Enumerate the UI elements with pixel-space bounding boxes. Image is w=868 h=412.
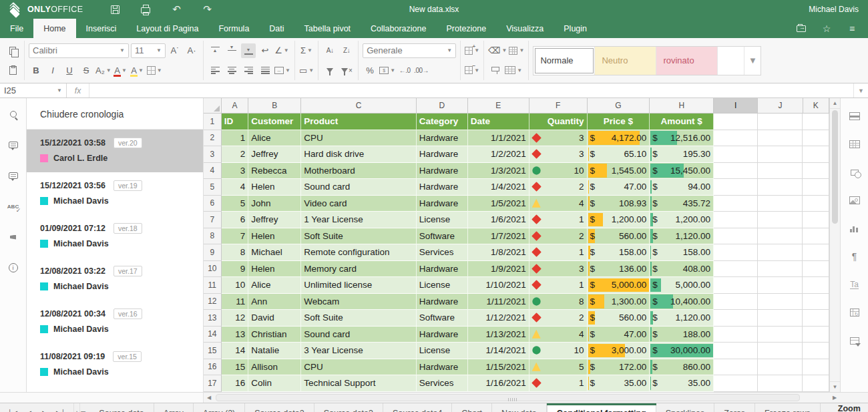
cell-price[interactable]: $5,000.00 — [588, 277, 650, 294]
empty-cell[interactable] — [758, 179, 803, 196]
empty-cell[interactable] — [714, 196, 758, 212]
cell-category[interactable]: Services — [417, 244, 468, 261]
cell-product[interactable]: Remote configuration — [301, 244, 417, 261]
row-number[interactable]: 2 — [204, 130, 222, 147]
row-number[interactable]: 15 — [204, 343, 222, 359]
empty-cell[interactable] — [714, 130, 758, 147]
empty-cell[interactable] — [803, 114, 829, 130]
comments-icon[interactable] — [7, 138, 20, 152]
empty-cell[interactable] — [758, 163, 803, 180]
row-number[interactable]: 5 — [204, 179, 222, 196]
cell-price[interactable]: $4,172.00 — [588, 130, 650, 147]
scroll-right-icon[interactable]: ▶ — [829, 395, 840, 401]
clear-filter-button[interactable]: × — [339, 63, 354, 77]
column-header-E[interactable]: E — [468, 98, 529, 113]
header-cell-id[interactable]: ID — [222, 114, 249, 130]
cell-id[interactable]: 2 — [222, 146, 249, 163]
copy-style-button[interactable]: ▼ — [509, 43, 524, 58]
chart-settings-icon[interactable] — [847, 222, 862, 234]
cell-product[interactable]: Technical Support — [301, 375, 417, 392]
cell-id[interactable]: 7 — [222, 228, 249, 245]
empty-cell[interactable] — [758, 212, 803, 228]
pivot-table-settings-icon[interactable] — [847, 306, 862, 319]
align-middle-button[interactable] — [224, 43, 239, 58]
empty-cell[interactable] — [803, 163, 829, 180]
empty-cell[interactable] — [714, 310, 758, 327]
menu-tab-home[interactable]: Home — [33, 19, 75, 38]
subscript-button[interactable]: A₂▼ — [95, 63, 112, 77]
empty-cell[interactable] — [803, 146, 829, 163]
text-art-settings-icon[interactable]: Ta — [847, 278, 862, 290]
row-number[interactable]: 13 — [204, 310, 222, 327]
about-icon[interactable]: i — [7, 261, 20, 274]
cell-price[interactable]: $136.00 — [588, 261, 650, 278]
cell-product[interactable]: Motherboard — [301, 163, 417, 180]
sheet-tab-array[interactable]: Array — [154, 403, 194, 412]
cell-date[interactable]: 1/8/2021 — [468, 244, 529, 261]
header-cell-product[interactable]: Product — [301, 114, 417, 130]
cell-customer[interactable]: Ann — [248, 294, 301, 311]
scroll-down-icon[interactable]: ▼ — [830, 381, 840, 392]
empty-cell[interactable] — [714, 359, 758, 376]
empty-cell[interactable] — [803, 375, 829, 392]
select-all-corner[interactable] — [204, 98, 222, 113]
font-name-select[interactable]: Calibri▼ — [29, 43, 129, 58]
cell-date[interactable]: 1/2/2021 — [468, 146, 529, 163]
chat-icon[interactable] — [7, 169, 20, 182]
cell-id[interactable]: 15 — [222, 359, 249, 376]
sheet-tab-source-data2[interactable]: Source data2 — [245, 403, 314, 412]
cell-quantity[interactable]: 3 — [529, 261, 588, 278]
sort-descending-button[interactable]: Z↓ — [339, 43, 354, 58]
delete-cells-button[interactable]: −▼ — [465, 63, 479, 77]
menu-tab-file[interactable]: File — [0, 19, 33, 38]
cell-quantity[interactable]: 4 — [529, 196, 588, 212]
version-item[interactable]: 11/08/2021 09:19ver.15Michael Davis — [27, 343, 203, 386]
header-cell-category[interactable]: Category — [417, 114, 468, 130]
cell-customer[interactable]: John — [248, 196, 301, 212]
empty-cell[interactable] — [803, 359, 829, 376]
sheet-tab-new-data[interactable]: New data — [492, 403, 547, 412]
paragraph-settings-icon[interactable]: ¶ — [847, 250, 862, 262]
cell-amount[interactable]: $1,120.00 — [650, 310, 714, 327]
zoom-level[interactable]: Zoom 100% — [838, 404, 868, 412]
cell-product[interactable]: Video card — [301, 196, 417, 212]
empty-cell[interactable] — [758, 327, 803, 343]
column-header-J[interactable]: J — [758, 98, 803, 113]
autosum-button[interactable]: Σ▼ — [299, 43, 314, 58]
sheet-tab-array-2-[interactable]: Array (2) — [194, 403, 246, 412]
cell-id[interactable]: 5 — [222, 196, 249, 212]
cell-category[interactable]: Hardware — [417, 294, 468, 311]
feedback-icon[interactable] — [7, 230, 20, 244]
cell-category[interactable]: Services — [417, 375, 468, 392]
menu-tab-visualizza[interactable]: Visualizza — [496, 19, 554, 38]
align-top-button[interactable] — [208, 43, 222, 58]
previous-sheet-button[interactable]: ◀ — [21, 409, 36, 412]
sheet-list-button[interactable]: ≡ — [79, 403, 85, 412]
cell-date[interactable]: 1/12/2021 — [468, 310, 529, 327]
empty-cell[interactable] — [714, 179, 758, 196]
cell-date[interactable]: 1/10/2021 — [468, 277, 529, 294]
cell-quantity[interactable]: 1 — [529, 277, 588, 294]
cell-quantity[interactable]: 3 — [529, 146, 588, 163]
align-right-button[interactable] — [241, 63, 256, 77]
vertical-scroll-thumb[interactable] — [832, 110, 838, 224]
sheet-tab-sparklines[interactable]: Sparklines — [656, 403, 714, 412]
empty-cell[interactable] — [758, 294, 803, 311]
cell-customer[interactable]: Jeffrey — [248, 212, 301, 228]
version-item[interactable]: 15/12/2021 03:56ver.19Michael Davis — [27, 172, 203, 215]
cell-date[interactable]: 1/15/2021 — [468, 359, 529, 376]
cell-id[interactable]: 3 — [222, 163, 249, 180]
insert-function-icon[interactable]: fx — [67, 83, 89, 97]
sheet-tab-conditional-formatting[interactable]: Conditional formatting — [547, 403, 656, 412]
column-header-B[interactable]: B — [248, 98, 301, 113]
cell-price[interactable]: $1,545.00 — [588, 163, 650, 180]
version-item[interactable]: 12/08/2021 03:22ver.17Michael Davis — [27, 258, 203, 300]
wrap-text-button[interactable]: ↩ — [258, 43, 272, 58]
user-name[interactable]: Michael Davis — [809, 5, 868, 14]
clear-button[interactable]: ⌫▼ — [488, 43, 507, 58]
sheet-tab-freeze-rows[interactable]: Freeze rows — [755, 403, 821, 412]
cell-amount[interactable]: $158.00 — [650, 244, 714, 261]
row-number[interactable]: 12 — [204, 294, 222, 311]
paste-button[interactable] — [5, 63, 20, 77]
favorite-star-icon[interactable]: ☆ — [817, 21, 836, 36]
